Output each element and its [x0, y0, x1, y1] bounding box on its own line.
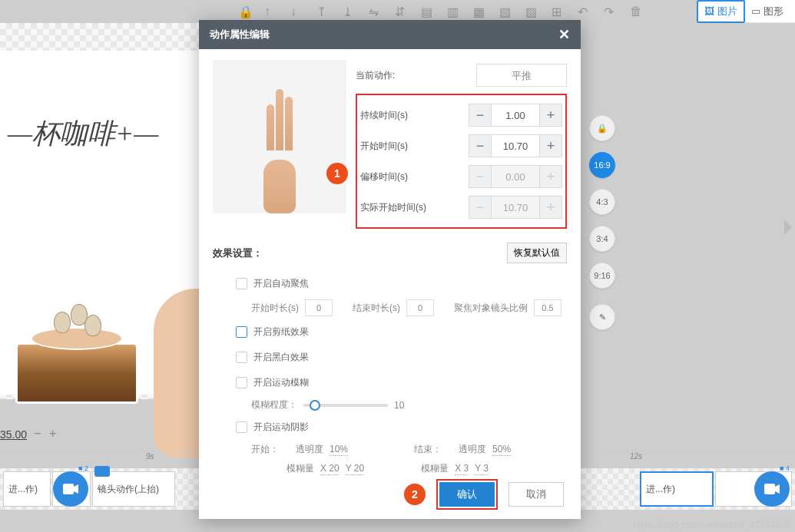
offset-stepper: − +	[469, 165, 562, 188]
blur-amount-label-1: 模糊量	[287, 462, 314, 475]
to-top-icon[interactable]: ⤒	[316, 5, 329, 17]
shadow-opacity-row: 开始： 透明度 10% 结束： 透明度 50%	[213, 440, 567, 459]
align-bottom-icon[interactable]: ▨	[525, 5, 538, 17]
blur-x2-value[interactable]: X 3	[455, 463, 469, 475]
auto-focus-checkbox[interactable]	[236, 278, 247, 289]
duration-input[interactable]	[492, 104, 539, 127]
focus-end-label: 结束时长(s)	[353, 302, 400, 315]
lock-ratio-button[interactable]: 🔒	[589, 115, 615, 141]
tab-image[interactable]: 🖼 图片	[697, 0, 745, 23]
clip-camera-1[interactable]: ■ 2	[52, 471, 91, 507]
trash-icon[interactable]: 🗑	[630, 5, 642, 17]
distribute-icon[interactable]: ⊞	[552, 5, 564, 17]
blur-y1-value[interactable]: Y 20	[346, 463, 364, 475]
auto-focus-params: 开始时长(s) 结束时长(s) 聚焦对象镜头比例	[213, 296, 567, 319]
ratio-4-3-button[interactable]: 4:3	[589, 189, 615, 215]
callout-marker-1: 1	[326, 163, 348, 184]
shape-icon: ▭	[751, 5, 760, 17]
motion-blur-checkbox[interactable]	[236, 377, 247, 388]
start-time-plus-button[interactable]: +	[539, 134, 562, 157]
cancel-button[interactable]: 取消	[508, 482, 564, 507]
align-top-icon[interactable]: ▧	[499, 5, 512, 17]
offset-plus-button: +	[539, 165, 562, 188]
start-time-label: 开始时间(s)	[360, 140, 437, 153]
paper-cut-checkbox[interactable]	[236, 326, 247, 338]
undo-icon[interactable]: ↶	[578, 5, 590, 17]
shadow-end-label: 结束：	[414, 443, 442, 456]
flip-h-icon[interactable]: ⇋	[369, 5, 381, 17]
time-stepper: − +	[34, 427, 61, 439]
motion-blur-row: 开启运动模糊	[213, 370, 567, 395]
blur-level-label: 模糊程度：	[251, 398, 297, 411]
arrow-up-icon[interactable]: ↑	[264, 5, 277, 17]
ruler-mark-12s: 12s	[630, 452, 642, 461]
bw-checkbox[interactable]	[236, 352, 247, 363]
shadow-blur-row: 模糊量 X 20 Y 20 模糊量 X 3 Y 3	[213, 459, 567, 478]
opacity-label-1: 透明度	[296, 443, 323, 456]
focus-ratio-input[interactable]	[534, 299, 561, 316]
expand-right-icon[interactable]	[784, 220, 792, 235]
close-icon[interactable]: ✕	[558, 26, 570, 43]
effects-section-title: 效果设置： 恢复默认值	[213, 243, 567, 263]
focus-start-input[interactable]	[305, 299, 333, 316]
ratio-16-9-button[interactable]: 16:9	[589, 152, 615, 178]
actual-start-label: 实际开始时间(s)	[360, 201, 437, 214]
ratio-9-16-button[interactable]: 9:16	[589, 263, 615, 289]
motion-blur-label: 开启运动模糊	[253, 376, 309, 389]
start-time-minus-button[interactable]: −	[469, 134, 492, 157]
edit-pencil-button[interactable]: ✎	[589, 304, 615, 330]
focus-end-input[interactable]	[406, 299, 434, 316]
time-minus-icon[interactable]: −	[34, 427, 46, 439]
start-time-input[interactable]	[492, 134, 539, 157]
auto-focus-label: 开启自动聚焦	[253, 277, 309, 290]
motion-shadow-checkbox[interactable]	[236, 421, 247, 433]
watermark-text: https://blog.csdn.net/weixin_43744600	[634, 520, 790, 530]
duration-label: 持续时间(s)	[360, 109, 437, 122]
align-right-icon[interactable]: ▦	[473, 5, 485, 17]
time-display[interactable]: 35.00	[0, 428, 27, 441]
right-tabs: 🖼 图片 ▭ 图形	[697, 0, 795, 23]
restore-defaults-button[interactable]: 恢复默认值	[507, 243, 567, 263]
actual-start-minus-button: −	[469, 196, 492, 219]
to-bottom-icon[interactable]: ⤓	[343, 5, 355, 17]
align-center-icon[interactable]: ▥	[447, 5, 459, 17]
current-action-value: 平推	[476, 64, 567, 87]
clip-3-selected[interactable]: 进...作)	[640, 471, 714, 507]
confirm-button[interactable]: 确认	[439, 482, 495, 507]
actual-start-input	[492, 196, 539, 219]
paper-cut-row: 开启剪纸效果	[213, 319, 567, 345]
clip-3-label: 进...作)	[646, 483, 675, 496]
motion-shadow-row: 开启运动阴影	[213, 415, 567, 440]
offset-minus-button: −	[469, 165, 492, 188]
confirm-highlight-box: 确认	[436, 479, 498, 510]
duration-plus-button[interactable]: +	[539, 104, 562, 127]
preview-thumbnail: 1	[213, 60, 346, 213]
effects-title-text: 效果设置：	[213, 246, 263, 260]
slider-thumb-icon[interactable]	[310, 400, 320, 411]
redo-icon[interactable]: ↷	[604, 5, 616, 17]
clip-camera-2[interactable]: ■ 4	[715, 471, 792, 507]
time-plus-icon[interactable]: +	[49, 427, 61, 439]
ruler-mark-9s: 9s	[146, 452, 154, 461]
bw-row: 开启黑白效果	[213, 345, 567, 370]
clip-1-label: 进...作)	[8, 483, 38, 496]
arrow-down-icon[interactable]: ↓	[290, 5, 303, 17]
align-left-icon[interactable]: ▤	[421, 5, 433, 17]
clip-2[interactable]: 镜头动作(上抬)	[92, 471, 175, 507]
clip-num-4: ■ 4	[780, 464, 790, 472]
opacity-start-value[interactable]: 10%	[330, 444, 348, 456]
blur-y2-value[interactable]: Y 3	[475, 463, 489, 475]
paper-cut-label: 开启剪纸效果	[253, 325, 309, 339]
tab-shape[interactable]: ▭ 图形	[745, 2, 790, 21]
blur-slider[interactable]	[303, 404, 388, 407]
flip-v-icon[interactable]: ⇵	[395, 5, 407, 17]
opacity-end-value[interactable]: 50%	[492, 444, 511, 456]
lock-icon[interactable]: 🔒	[238, 5, 250, 17]
ratio-3-4-button[interactable]: 3:4	[589, 226, 615, 252]
clip-1[interactable]: 进...作)	[3, 471, 51, 507]
blur-x1-value[interactable]: X 20	[320, 463, 340, 475]
duration-minus-button[interactable]: −	[469, 104, 492, 127]
highlighted-props-box: 持续时间(s) − + 开始时间(s) − +	[356, 94, 567, 229]
auto-focus-row: 开启自动聚焦	[213, 271, 567, 296]
callout-marker-2: 2	[404, 484, 426, 505]
